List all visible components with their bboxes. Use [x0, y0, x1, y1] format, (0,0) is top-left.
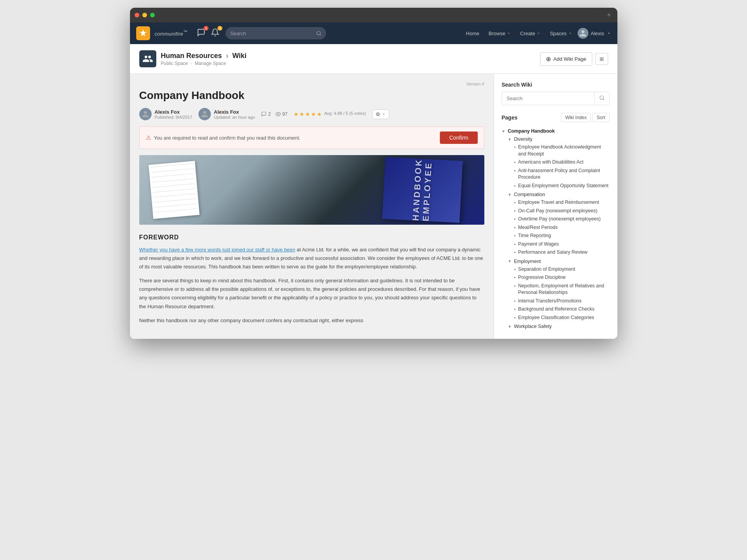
manage-space-link[interactable]: Manage Space	[195, 61, 226, 66]
article-para-2: There are several things to keep in mind…	[139, 277, 484, 311]
tree-leaf-item[interactable]: ● Employee Travel and Reimbursement	[514, 198, 610, 207]
nav-search-input[interactable]	[230, 31, 316, 36]
leaf-text: Employee Handbook Acknowledgment and Rec…	[518, 144, 609, 157]
employment-children: ● Separation of Employment ● Progressive…	[508, 265, 610, 322]
svg-line-4	[603, 99, 604, 100]
compensation-header[interactable]: ▼ Compensation	[508, 191, 610, 198]
tree-root-label: Company Handbook	[508, 128, 555, 134]
messages-icon-btn[interactable]: 1	[195, 27, 207, 40]
wiki-search-input[interactable]	[502, 92, 594, 104]
nav-search-bar[interactable]	[226, 27, 326, 39]
leaf-text: Equal Employment Opportunity Statement	[518, 183, 608, 190]
navbar: communifire™ 1 3	[130, 22, 617, 44]
leaf-dot-icon: ●	[514, 299, 516, 303]
nav-create-link[interactable]: Create	[516, 28, 544, 39]
wiki-article-area: Version 4 Company Handbook Alexis Fox Pu…	[130, 74, 494, 339]
star-4: ★	[311, 111, 316, 117]
browse-dropdown-icon	[507, 31, 511, 35]
public-space-label[interactable]: Public Space	[161, 61, 188, 66]
wiki-search-button[interactable]	[594, 92, 609, 105]
leaf-text: Nepotism, Employment of Relatives and Pe…	[518, 283, 609, 296]
wiki-search-box[interactable]	[502, 92, 610, 105]
leaf-dot-icon: ●	[514, 234, 516, 237]
tree-leaf-item[interactable]: ● Overtime Pay (nonexempt employees)	[514, 215, 610, 224]
author1-date: Published: 9/4/2017	[155, 115, 192, 120]
diversity-chevron-icon: ▼	[508, 137, 512, 142]
comments-count: 2	[268, 111, 271, 117]
maximize-btn[interactable]	[150, 13, 155, 17]
tree-root-section: ▼ Company Handbook ▼ Diversity	[502, 127, 610, 330]
leaf-dot-icon: ●	[514, 209, 516, 213]
author1-name[interactable]: Alexis Fox	[155, 109, 192, 115]
tree-leaf-item[interactable]: ● Equal Employment Opportunity Statement	[514, 182, 610, 190]
confirm-text: You are required to read and confirm tha…	[154, 135, 301, 141]
wiki-title: Company Handbook	[139, 89, 484, 102]
leaf-dot-icon: ●	[514, 307, 516, 311]
sort-button[interactable]: Sort	[592, 113, 609, 122]
wiki-index-button[interactable]: Wiki Index	[561, 113, 591, 122]
tree-leaf-item[interactable]: ● Anti-harassment Policy and Complaint P…	[514, 167, 610, 182]
leaf-dot-icon: ●	[514, 184, 516, 188]
star-rating[interactable]: ★ ★ ★ ★ ★ Avg: 4.88 / 5 (5 votes)	[294, 111, 366, 117]
logo-icon[interactable]	[136, 26, 150, 40]
comments-stat[interactable]: 2	[261, 111, 271, 117]
wiki-settings-button[interactable]: ⚙	[372, 109, 389, 119]
tree-section-employment: ▼ Employment ● Separation of Employment	[508, 258, 610, 322]
tree-leaf-item[interactable]: ● Americans with Disabilities Act	[514, 158, 610, 167]
minimize-btn[interactable]	[142, 13, 147, 17]
bookmark-button[interactable]: ⊞	[595, 53, 608, 65]
tree-leaf-item[interactable]: ● Separation of Employment	[514, 265, 610, 274]
wiki-sidebar: Search Wiki Pages Wiki Index Sort	[494, 74, 617, 339]
nav-spaces-link[interactable]: Spaces	[546, 28, 576, 39]
tree-leaf-item[interactable]: ● Employee Handbook Acknowledgment and R…	[514, 143, 610, 158]
rating-text: Avg: 4.88 / 5 (5 votes)	[324, 111, 366, 117]
tree-leaf-item[interactable]: ● On-Call Pay (nonexempt employees)	[514, 207, 610, 215]
space-name[interactable]: Human Resources	[161, 52, 222, 60]
compensation-chevron-icon: ▼	[508, 193, 512, 197]
tree-leaf-item[interactable]: ● Performance and Salary Review	[514, 248, 610, 257]
tree-leaf-item[interactable]: ● Progressive Discipline	[514, 273, 610, 282]
gear-dropdown-icon	[382, 112, 386, 116]
leaf-dot-icon: ●	[514, 217, 516, 221]
spaces-dropdown-icon	[568, 31, 572, 35]
nav-browse-link[interactable]: Browse	[485, 28, 515, 39]
user-menu[interactable]: Alexis	[578, 28, 611, 39]
wiki-search-icon	[599, 95, 605, 101]
page-name[interactable]: Wiki	[232, 52, 246, 60]
tree-leaf-item[interactable]: ● Employee Classification Categories	[514, 314, 610, 322]
space-header: Human Resources › Wiki Public Space · Ma…	[130, 44, 617, 74]
workplace-safety-header[interactable]: ▼ Workplace Safety	[508, 323, 610, 330]
tree-leaf-item[interactable]: ● Nepotism, Employment of Relatives and …	[514, 282, 610, 297]
comments-icon	[261, 111, 267, 117]
tree-section-diversity: ▼ Diversity ● Employee Handbook Acknowle…	[508, 135, 610, 190]
new-tab-icon[interactable]: +	[607, 11, 611, 19]
leaf-text: Progressive Discipline	[518, 274, 566, 281]
tree-leaf-item[interactable]: ● Meal/Rest Periods	[514, 224, 610, 232]
diversity-label: Diversity	[514, 137, 532, 142]
tree-leaf-item[interactable]: ● Time Reporting	[514, 232, 610, 240]
leaf-text: Overtime Pay (nonexempt employees)	[518, 216, 600, 223]
diversity-header[interactable]: ▼ Diversity	[508, 135, 610, 143]
user-name-label: Alexis	[591, 31, 604, 36]
leaf-dot-icon: ●	[514, 284, 516, 288]
wiki-meta: Alexis Fox Published: 9/4/2017 Alexis Fo…	[139, 108, 484, 120]
tree-leaf-item[interactable]: ● Background and Reference Checks	[514, 305, 610, 314]
nav-home-link[interactable]: Home	[462, 28, 483, 39]
tree-leaf-item[interactable]: ● Internal Transfers/Promotions	[514, 297, 610, 306]
employment-header[interactable]: ▼ Employment	[508, 258, 610, 265]
brand-name: communifire™	[155, 29, 188, 37]
tree-leaf-item[interactable]: ● Payment of Wages	[514, 240, 610, 249]
leaf-text: On-Call Pay (nonexempt employees)	[518, 208, 597, 215]
workplace-chevron-icon: ▼	[508, 324, 512, 329]
author2-name[interactable]: Alexis Fox	[214, 109, 255, 115]
confirm-button[interactable]: Confirm	[440, 131, 477, 144]
leaf-dot-icon: ●	[514, 201, 516, 204]
tree-root-children: ▼ Diversity ● Employee Handbook Acknowle…	[502, 135, 610, 330]
notifications-icon-btn[interactable]: 3	[209, 27, 221, 40]
tree-root-header[interactable]: ▼ Company Handbook	[502, 127, 610, 135]
search-wiki-label: Search Wiki	[502, 82, 610, 88]
close-btn[interactable]	[135, 13, 139, 17]
article-link[interactable]: Whether you have a few more words just j…	[139, 247, 296, 253]
article-para-1: Whether you have a few more words just j…	[139, 246, 484, 271]
add-wiki-page-button[interactable]: ⊕ Add Wiki Page	[540, 52, 592, 66]
